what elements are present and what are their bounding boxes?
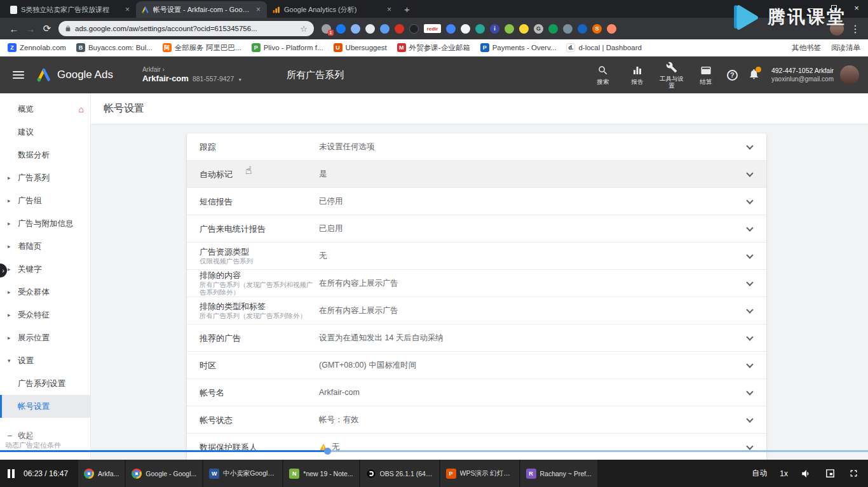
setting-row-account-name[interactable]: 帐号名 Arkfair-com (187, 379, 766, 406)
search-button[interactable]: 搜索 (587, 65, 619, 85)
google-ads-logo[interactable]: Google Ads (36, 67, 113, 83)
billing-button[interactable]: 结算 (690, 65, 722, 85)
tab-ads-settings[interactable]: 帐号设置 - Arkfair-com - Goog... × (136, 1, 267, 18)
chevron-down-icon[interactable] (746, 170, 753, 177)
sidebar-item-placements[interactable]: ▸展示位置 (0, 326, 90, 349)
bookmark-star-icon[interactable]: ☆ (300, 24, 308, 34)
setting-row-excluded-content[interactable]: 排除的内容 所有广告系列（发现广告系列和视频广告系列除外） 在所有内容上展示广告 (187, 270, 766, 297)
taskbar-item-word-doc[interactable]: W 中小卖家Google... (203, 460, 282, 487)
extension-icon[interactable] (607, 24, 616, 34)
account-info[interactable]: 492-447-1052 Arkfair yaoxinlun@gmail.com (771, 67, 834, 84)
setting-row-call-reporting[interactable]: 广告来电统计报告 已启用 (187, 215, 766, 243)
tab-course[interactable]: S类独立站卖家广告投放课程 × (5, 1, 136, 18)
sidebar-item-landing-pages[interactable]: ▸着陆页 (0, 235, 90, 258)
notifications-bell[interactable] (748, 68, 760, 83)
back-icon[interactable]: ← (6, 23, 22, 34)
sidebar-item-account-settings[interactable]: 帐号设置 (0, 395, 90, 418)
extension-icon[interactable] (395, 24, 404, 34)
sidebar-item-keywords[interactable]: ▸关键字 (0, 258, 90, 281)
setting-row-data-protection-contact[interactable]: 数据保护联系人 无 (187, 434, 766, 461)
extension-icon[interactable] (461, 24, 470, 34)
sidebar-item-ad-groups[interactable]: ▸广告组 (0, 189, 90, 212)
sidebar-item-demographics[interactable]: ▸受众特征 (0, 304, 90, 326)
extension-icon[interactable] (380, 24, 390, 34)
quality-selector[interactable]: 自动 (752, 468, 767, 479)
help-icon[interactable]: ? (727, 70, 738, 81)
fullscreen-icon[interactable] (848, 468, 859, 479)
bookmark-payments[interactable]: P Payments - Overv... (480, 43, 557, 52)
sidebar-item-audiences[interactable]: ▸受众群体 (0, 281, 90, 304)
tab-analytics[interactable]: Google Analytics (分析) × (267, 1, 398, 18)
video-progress-bar[interactable] (0, 450, 868, 452)
sidebar-item-settings[interactable]: ▾设置 (0, 349, 90, 372)
close-icon[interactable]: × (255, 5, 262, 14)
bookmark-exmail[interactable]: M 外贸参课-企业邮箱 (397, 43, 470, 53)
bookmark-alibaba[interactable]: 阿 全部服务 阿里巴巴... (163, 43, 241, 53)
user-avatar[interactable] (840, 65, 859, 84)
speed-selector[interactable]: 1x (780, 469, 788, 478)
minimize-icon[interactable]: – (799, 3, 822, 13)
sidebar-item-ads-extensions[interactable]: ▸广告与附加信息 (0, 212, 90, 235)
extension-icon[interactable]: G (534, 24, 543, 34)
chevron-down-icon[interactable] (746, 361, 753, 368)
chevron-down-icon[interactable] (746, 415, 753, 422)
theater-mode-icon[interactable] (825, 468, 836, 479)
bookmark-zennolab[interactable]: Z Zennolab.com (8, 43, 66, 52)
new-tab-icon[interactable]: + (404, 4, 410, 15)
sidebar-item-recommendations[interactable]: 建议 (0, 121, 90, 143)
extension-icon[interactable]: i (490, 24, 499, 34)
close-window-icon[interactable]: × (845, 3, 868, 13)
extension-icon[interactable] (365, 24, 375, 34)
close-icon[interactable]: × (124, 5, 131, 14)
setting-row-time-zone[interactable]: 时区 (GMT+08:00) 中国标准时间 (187, 352, 766, 379)
taskbar-item-wps[interactable]: P WPS演示 幻灯片... (440, 460, 519, 487)
setting-row-inventory-type[interactable]: 广告资源类型 仅限视频广告系列 无 (187, 243, 766, 270)
chevron-down-icon[interactable] (746, 306, 753, 313)
sidebar-item-insights[interactable]: 数据分析 (0, 143, 90, 166)
refresh-icon[interactable]: ⟳ (39, 23, 55, 34)
progress-knob[interactable] (324, 448, 331, 455)
bookmark-buyaccs[interactable]: B Buyaccs.com: Bul... (76, 43, 153, 52)
reports-button[interactable]: 报告 (621, 65, 653, 85)
hamburger-menu-icon[interactable] (13, 71, 24, 79)
taskbar-item-chrome-1[interactable]: Arkfa... (78, 460, 125, 487)
chevron-down-icon[interactable] (746, 443, 753, 450)
address-bar[interactable]: ads.google.com/aw/settings/account?ocid=… (58, 21, 314, 36)
setting-row-account-status[interactable]: 帐号状态 帐号：有效 (187, 406, 766, 434)
extension-icon[interactable] (446, 24, 456, 34)
chevron-down-icon[interactable] (746, 197, 753, 204)
other-bookmarks[interactable]: 其他书签 (792, 43, 821, 53)
bookmark-ubersuggest[interactable]: U Ubersuggest (334, 43, 387, 52)
extension-icon[interactable] (351, 24, 360, 34)
sidebar-item-campaign-settings[interactable]: 广告系列设置 (0, 372, 90, 395)
extension-icon[interactable] (563, 24, 573, 34)
extension-icon[interactable]: S (592, 24, 602, 34)
chevron-down-icon[interactable] (746, 279, 753, 286)
extension-icon[interactable] (548, 24, 558, 34)
taskbar-item-rachany[interactable]: R Rachany ~ Pref... (520, 460, 597, 487)
extension-icon[interactable]: 1 (322, 24, 331, 34)
extension-icon[interactable] (409, 24, 419, 34)
chevron-down-icon[interactable] (746, 224, 753, 231)
maximize-icon[interactable] (822, 3, 845, 13)
close-icon[interactable]: × (386, 5, 393, 14)
pause-icon[interactable] (8, 469, 15, 478)
taskbar-item-chrome-2[interactable]: Google - Googl... (126, 460, 202, 487)
chevron-down-icon[interactable] (746, 142, 753, 149)
extension-icon[interactable] (578, 24, 587, 34)
redir-extension-icon[interactable]: redir (424, 24, 441, 33)
taskbar-item-obs[interactable]: OBS 26.1.1 (64-... (360, 460, 439, 487)
browser-profile-avatar[interactable] (830, 22, 844, 36)
bookmark-dlocal[interactable]: d. d-local | Dashboard (566, 43, 642, 52)
setting-row-message-reports[interactable]: 短信报告 已停用 (187, 188, 766, 215)
extension-icon[interactable] (519, 24, 529, 34)
chevron-down-icon[interactable] (746, 388, 753, 395)
setting-row-tracking[interactable]: 跟踪 未设置任何选项 (187, 133, 766, 161)
setting-row-auto-tagging[interactable]: 自动标记 是 (187, 161, 766, 188)
bookmark-plivo[interactable]: P Plivo - Platform f... (252, 43, 323, 52)
browser-menu-icon[interactable]: ⋮ (850, 23, 860, 35)
reading-list[interactable]: 阅读清单 (831, 43, 860, 53)
extension-icon[interactable] (475, 24, 485, 34)
extension-icon[interactable] (336, 24, 346, 34)
sidebar-item-campaigns[interactable]: ▸广告系列 (0, 166, 90, 189)
